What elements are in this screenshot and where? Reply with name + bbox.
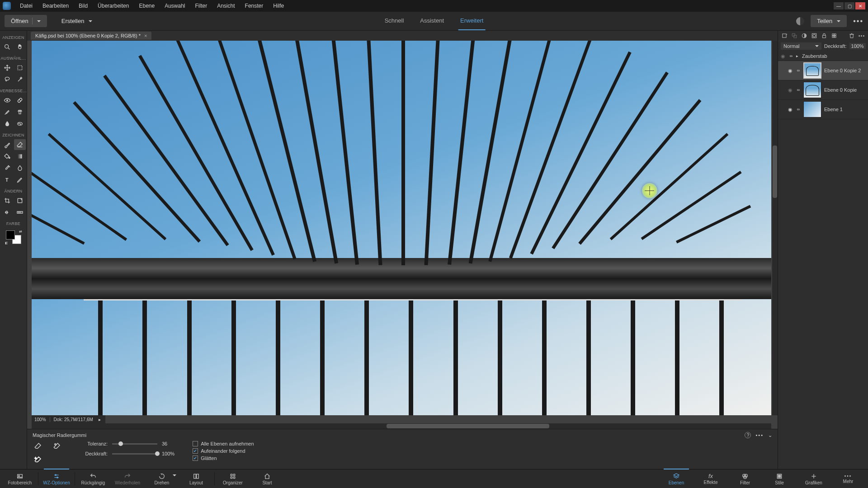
window-maximize-button[interactable]: ▢ [844, 2, 854, 9]
visibility-toggle-icon[interactable]: ◉ [780, 53, 786, 59]
layer-name[interactable]: Ebene 0 Kopie [824, 87, 857, 93]
blur-tool[interactable] [1, 118, 13, 129]
checkbox-contiguous[interactable]: ✔Aufeinander folgend [193, 448, 254, 454]
tolerance-slider[interactable] [112, 443, 157, 445]
horizontal-scrollbar[interactable] [32, 423, 771, 429]
lasso-tool[interactable] [1, 74, 13, 85]
panel-overflow-icon[interactable]: ••• [858, 32, 865, 39]
help-icon[interactable]: ? [745, 432, 751, 438]
layer-item[interactable]: ◉ ∞ Ebene 0 Kopie [778, 80, 868, 100]
bottom-btn-effekte[interactable]: fxEffekte [693, 469, 728, 488]
menu-ansicht[interactable]: Ansicht [212, 1, 239, 10]
share-dropdown-icon[interactable] [836, 18, 840, 24]
create-button[interactable]: Erstellen [55, 15, 99, 27]
expand-group-icon[interactable]: ▸ [796, 54, 798, 58]
new-group-icon[interactable] [791, 32, 798, 39]
shape-tool[interactable] [14, 163, 26, 174]
overflow-menu-icon[interactable]: ••• [853, 17, 863, 25]
bottom-btn-layout[interactable]: Layout [179, 469, 213, 488]
crop-tool[interactable] [1, 195, 13, 206]
bottom-btn-undo[interactable]: Rückgängig [76, 469, 110, 488]
zoom-tool[interactable] [1, 42, 13, 52]
layer-thumbnail[interactable] [803, 82, 821, 98]
eraser-variant-background[interactable] [52, 441, 62, 451]
layer-effects-icon[interactable] [830, 32, 838, 39]
recompose-tool[interactable] [14, 195, 26, 206]
content-aware-move-tool[interactable] [1, 207, 13, 218]
brush-tool[interactable] [1, 139, 13, 150]
eraser-variant-standard[interactable] [33, 441, 43, 451]
checkbox-all-layers[interactable]: Alle Ebenen aufnehmen [193, 441, 254, 446]
link-icon[interactable]: ∞ [796, 68, 801, 73]
spot-heal-tool[interactable] [14, 95, 26, 106]
canvas[interactable] [32, 41, 771, 415]
eraser-tool[interactable] [14, 139, 26, 150]
layer-name[interactable]: Ebene 0 Kopie 2 [824, 68, 861, 73]
menu-ueberarbeiten[interactable]: Überarbeiten [93, 1, 133, 10]
bottom-btn-mehr[interactable]: •••Mehr [831, 469, 865, 488]
link-icon[interactable]: ∞ [789, 54, 793, 58]
layer-item[interactable]: ◉ ∞ Ebene 1 [778, 100, 868, 119]
marquee-tool[interactable] [14, 62, 26, 73]
gradient-tool[interactable] [14, 151, 26, 162]
window-minimize-button[interactable]: — [834, 2, 844, 9]
bottom-btn-ebenen[interactable]: Ebenen [659, 469, 693, 488]
bottom-btn-filter[interactable]: Filter [728, 469, 762, 488]
tolerance-value[interactable]: 36 [162, 441, 167, 446]
create-dropdown-icon[interactable] [88, 18, 92, 24]
layer-item[interactable]: ◉ ∞ Ebene 0 Kopie 2 [778, 61, 868, 80]
mode-tab-advanced[interactable]: Erweitert [458, 12, 485, 30]
layer-opacity-input[interactable]: 100% [849, 43, 866, 49]
paint-bucket-tool[interactable] [1, 151, 13, 162]
color-swatches[interactable]: ⇄ ◧ [5, 230, 22, 245]
clone-stamp-tool[interactable] [14, 107, 26, 117]
panel-collapse-icon[interactable]: ⌄ [768, 432, 772, 438]
bottom-btn-fotobereich[interactable]: Fotobereich [3, 469, 37, 488]
panel-menu-icon[interactable]: ••• [755, 432, 764, 438]
bottom-btn-organizer[interactable]: Organizer [216, 469, 250, 488]
default-colors-icon[interactable]: ◧ [5, 241, 8, 245]
open-dropdown-icon[interactable] [32, 18, 41, 24]
open-button[interactable]: Öffnen [5, 15, 47, 27]
straighten-tool[interactable] [14, 207, 26, 218]
bottom-btn-grafiken[interactable]: Grafiken [797, 469, 831, 488]
visibility-toggle-icon[interactable]: ◉ [787, 106, 793, 113]
foreground-color-swatch[interactable] [6, 230, 15, 239]
bottom-btn-start[interactable]: Start [250, 469, 284, 488]
link-icon[interactable]: ∞ [796, 88, 801, 92]
menu-ebene[interactable]: Ebene [134, 1, 159, 10]
opacity-slider[interactable] [112, 453, 157, 455]
delete-layer-icon[interactable] [848, 32, 855, 39]
mode-tab-assist[interactable]: Assistent [418, 12, 446, 30]
menu-fenster[interactable]: Fenster [241, 1, 268, 10]
document-tab-close-icon[interactable]: × [144, 33, 147, 38]
layer-mask-icon[interactable] [811, 32, 818, 39]
redeye-tool[interactable] [1, 95, 13, 106]
new-layer-icon[interactable] [781, 32, 788, 39]
mode-tab-quick[interactable]: Schnell [383, 12, 406, 30]
sponge-tool[interactable] [14, 118, 26, 129]
bottom-btn-redo[interactable]: Wiederholen [110, 469, 145, 488]
eyedropper-tool[interactable] [1, 163, 13, 174]
window-close-button[interactable]: ✕ [855, 2, 865, 9]
menu-bearbeiten[interactable]: Bearbeiten [38, 1, 73, 10]
visibility-toggle-icon[interactable]: ◉ [787, 87, 793, 93]
layer-name[interactable]: Ebene 1 [824, 107, 843, 112]
visibility-toggle-icon[interactable]: ◉ [787, 67, 793, 74]
blend-mode-select[interactable]: Normal [781, 42, 821, 50]
layer-thumbnail[interactable] [803, 62, 821, 79]
doc-info-dropdown-icon[interactable]: ▸ [97, 417, 103, 422]
bottom-btn-stile[interactable]: Stile [762, 469, 797, 488]
layer-group-item[interactable]: ◉ ∞ ▸ Zauberstab [778, 52, 868, 61]
swap-colors-icon[interactable]: ⇄ [19, 230, 22, 234]
opacity-value[interactable]: 100% [162, 451, 175, 456]
link-icon[interactable]: ∞ [796, 107, 801, 112]
vertical-scrollbar[interactable] [772, 41, 778, 415]
smart-brush-tool[interactable] [1, 107, 13, 117]
menu-bild[interactable]: Bild [74, 1, 92, 10]
bottom-btn-rotate[interactable]: Drehen [145, 469, 179, 488]
magic-wand-tool[interactable] [14, 74, 26, 85]
hand-tool[interactable] [14, 42, 26, 52]
menu-hilfe[interactable]: Hilfe [269, 1, 288, 10]
bottom-btn-wzoptionen[interactable]: WZ-Optionen [39, 469, 74, 488]
